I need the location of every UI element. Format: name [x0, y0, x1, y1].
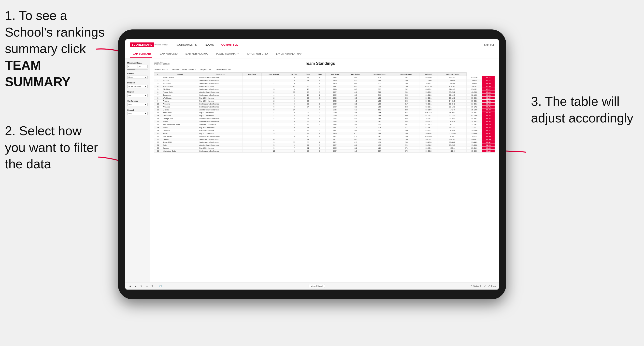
table-cell: 2.37	[366, 88, 393, 91]
toolbar-forward-btn[interactable]: ▶	[134, 284, 138, 288]
table-cell: 1.21	[366, 147, 393, 150]
table-cell: 20-39-1	[466, 138, 482, 141]
sub-nav-team-summary[interactable]: TEAM SUMMARY	[130, 50, 152, 58]
toolbar-copy-btn[interactable]: ⧉	[150, 284, 154, 288]
table-cell: -6.5	[345, 94, 366, 97]
table-cell: 80.84	[482, 135, 494, 138]
table-cell: 82-28-1	[419, 106, 438, 108]
table-cell: 6	[286, 88, 302, 91]
table-cell: 82-29-1	[419, 126, 438, 129]
sidebar-region-select[interactable]: N/A ▼	[127, 94, 148, 97]
sub-nav-player-summary[interactable]: PLAYER SUMMARY	[215, 50, 240, 58]
table-cell: 83.27	[482, 88, 494, 91]
logo-area: SCOREBOARD Powered by clippi	[130, 42, 168, 47]
table-cell: 23	[302, 100, 314, 103]
table-cell: 26	[154, 150, 162, 153]
sub-nav-team-h2h-heatmap[interactable]: TEAM H2H HEATMAP	[184, 50, 210, 58]
nav-tournaments[interactable]: TOURNAMENTS	[175, 43, 197, 46]
sub-nav-player-h2h-grid[interactable]: PLAYER H2H GRID	[245, 50, 268, 58]
sidebar-school-select[interactable]: (All) ▼	[127, 112, 148, 115]
table-cell: 32-19-0	[466, 94, 482, 97]
table-cell: -	[242, 123, 262, 126]
sub-nav-team-h2h-grid[interactable]: TEAM H2H GRID	[157, 50, 178, 58]
table-cell: -	[242, 79, 262, 82]
table-cell: Big 12 Conference	[198, 114, 242, 117]
table-cell: 7	[154, 94, 162, 97]
table-cell: 279.2	[326, 138, 345, 141]
table-cell: Virginia	[162, 108, 198, 111]
toolbar-right: 👁 Watch ▼ ⤢ ↗ Share	[470, 285, 496, 287]
table-cell: 88-17-0	[419, 76, 438, 79]
table-cell: 80.16	[482, 123, 494, 126]
watch-button[interactable]: 👁 Watch ▼	[470, 285, 481, 287]
table-cell: 0.97	[366, 150, 393, 153]
table-cell: 8	[286, 150, 302, 153]
table-cell: 2.77	[366, 82, 393, 85]
sidebar-slider-track[interactable]	[127, 69, 148, 70]
table-cell: 26	[302, 135, 314, 138]
view-original-button[interactable]: View: Original	[308, 284, 325, 288]
table-cell: 209	[393, 114, 419, 117]
table-cell: Ole Miss	[162, 88, 198, 91]
sidebar-max-input[interactable]: 30	[138, 65, 148, 68]
table-cell: -	[242, 100, 262, 103]
table-cell: 275.7	[326, 91, 345, 94]
table-cell: 89.11	[482, 76, 494, 79]
table-cell: 1	[262, 135, 286, 138]
table-cell: 280.7	[326, 150, 345, 153]
table-cell: 88-6-0	[466, 82, 482, 85]
toolbar-center: View: Original	[165, 284, 468, 288]
sub-nav-player-h2h-heatmap[interactable]: PLAYER H2H HEATMAP	[274, 50, 303, 58]
toolbar-clock-icon: 🕐	[158, 284, 163, 288]
table-cell: 29-20	[466, 135, 482, 138]
table-cell: 11-19-0	[438, 94, 466, 97]
sidebar-division-select[interactable]: NCAA Division I ▼	[127, 85, 148, 88]
nav-sign-out[interactable]: Sign out	[484, 43, 494, 46]
chevron-down-icon: ▼	[145, 94, 146, 96]
filter-conference: Conference: All	[216, 68, 231, 70]
table-cell: 8	[286, 97, 302, 100]
table-cell: -	[242, 76, 262, 79]
expand-button[interactable]: ⤢	[484, 285, 486, 287]
toolbar-reload-btn[interactable]: ↻	[140, 284, 144, 288]
table-cell: Atlantic Coast Conference	[198, 91, 242, 94]
sidebar-conference-select[interactable]: (All) ▼	[127, 103, 148, 106]
table-cell: -3.8	[345, 106, 366, 108]
table-cell: 100-27-1	[419, 85, 438, 88]
table-cell: 23	[154, 141, 162, 144]
table-cell: 36-17-2	[466, 106, 482, 108]
table-cell: 9	[154, 100, 162, 103]
sidebar-gender-select[interactable]: Men's ▼	[127, 76, 148, 79]
table-cell: 2.11	[366, 94, 393, 97]
table-cell: 0	[314, 147, 326, 150]
table-cell: 63-17-0	[466, 76, 482, 79]
table-cell: -	[242, 85, 262, 88]
table-cell: 9-14-0	[438, 129, 466, 132]
table-cell: 8	[286, 117, 302, 120]
table-row: 5Ole MissSoutheastern Conference-3618127…	[154, 88, 495, 91]
table-cell: 235	[393, 135, 419, 138]
toolbar-home-btn[interactable]: ⌂	[146, 284, 149, 288]
table-cell: 270	[393, 150, 419, 153]
col-vs-top-25: Vs Top 25	[419, 73, 438, 76]
table-cell: 8	[314, 132, 326, 135]
table-cell: 9	[314, 117, 326, 120]
table-cell: 4	[154, 85, 162, 88]
table-cell: 17-9-0	[438, 108, 466, 111]
table-cell: 271	[302, 82, 314, 85]
nav-committee[interactable]: COMMITTEE	[222, 43, 238, 46]
table-cell: Southeastern Conference	[198, 106, 242, 108]
nav-teams[interactable]: TEAMS	[204, 43, 214, 46]
table-cell: 265	[393, 94, 419, 97]
table-cell: 87-21-2	[419, 123, 438, 126]
sidebar-min-input[interactable]: 4	[127, 65, 137, 68]
table-cell: 5	[154, 88, 162, 91]
table-cell: -1.4	[345, 126, 366, 129]
col-overall-record: Overall Record	[393, 73, 419, 76]
update-time: Update time: 27/03/2024 16:56:26	[154, 61, 170, 65]
share-button[interactable]: ↗ Share	[488, 285, 496, 287]
table-row: 18IllinoisBig Ten Conference-19271279.1-…	[154, 126, 495, 129]
table-cell: 9-10-1	[438, 123, 466, 126]
table-row: 12VirginiaAtlantic Coast Conference-8241…	[154, 108, 495, 111]
toolbar-back-btn[interactable]: ◀	[128, 284, 132, 288]
